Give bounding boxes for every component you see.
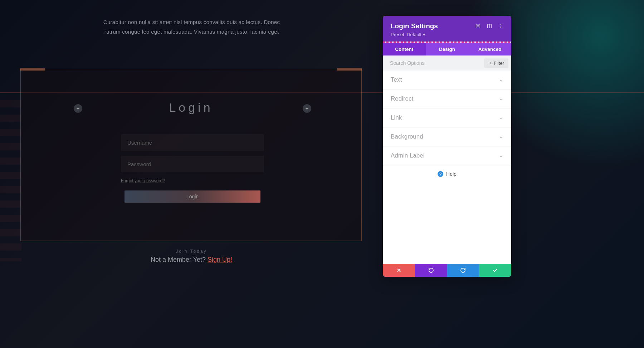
settings-panel: Login Settings Preset: Default ▾ Content… bbox=[383, 16, 511, 277]
section-label-redirect: Redirect bbox=[391, 95, 413, 102]
sections-list: Text Redirect Link Background Admin Labe… bbox=[383, 71, 511, 264]
redo-button[interactable] bbox=[447, 264, 479, 277]
snap-icon[interactable] bbox=[487, 24, 492, 29]
sign-up-link[interactable]: Sign Up! bbox=[208, 256, 232, 263]
help-icon: ? bbox=[438, 171, 443, 177]
login-heading: Login bbox=[21, 101, 361, 115]
help-button[interactable]: ? Help bbox=[383, 165, 511, 183]
tab-design[interactable]: Design bbox=[426, 43, 469, 55]
not-member-text: Not a Member Yet? Sign Up! bbox=[0, 256, 383, 264]
panel-title: Login Settings bbox=[391, 22, 438, 30]
undo-button[interactable] bbox=[415, 264, 447, 277]
chevron-down-icon bbox=[499, 154, 503, 158]
tab-advanced[interactable]: Advanced bbox=[468, 43, 511, 55]
svg-point-4 bbox=[501, 24, 501, 25]
section-link[interactable]: Link bbox=[383, 108, 511, 127]
plus-icon bbox=[488, 61, 492, 66]
login-submit-button[interactable]: Login bbox=[125, 190, 260, 203]
footer-cta: Join Today Not a Member Yet? Sign Up! bbox=[0, 249, 383, 264]
menu-dots-icon[interactable] bbox=[498, 24, 503, 29]
undo-icon bbox=[428, 267, 434, 273]
save-button[interactable] bbox=[479, 264, 511, 277]
chevron-down-icon bbox=[499, 78, 503, 82]
chevron-down-icon bbox=[499, 116, 503, 120]
section-text[interactable]: Text bbox=[383, 71, 511, 90]
not-member-prefix: Not a Member Yet? bbox=[151, 256, 208, 263]
section-label-text: Text bbox=[391, 76, 402, 83]
section-admin-label[interactable]: Admin Label bbox=[383, 146, 511, 165]
preset-dropdown[interactable]: Preset: Default ▾ bbox=[391, 32, 503, 37]
section-background[interactable]: Background bbox=[383, 127, 511, 146]
section-label-link: Link bbox=[391, 114, 402, 121]
redo-icon bbox=[460, 267, 466, 273]
cancel-button[interactable] bbox=[383, 264, 415, 277]
filter-button[interactable]: Filter bbox=[484, 58, 508, 68]
chevron-down-icon bbox=[499, 97, 503, 101]
login-form: Forgot your password? Login bbox=[121, 134, 264, 203]
login-module[interactable]: Login Forgot your password? Login bbox=[20, 69, 362, 241]
tab-content[interactable]: Content bbox=[383, 43, 426, 55]
close-icon bbox=[396, 267, 402, 273]
filter-label: Filter bbox=[494, 61, 504, 66]
section-redirect[interactable]: Redirect bbox=[383, 90, 511, 108]
preset-label: Preset: Default bbox=[391, 32, 421, 37]
panel-header[interactable]: Login Settings Preset: Default ▾ bbox=[383, 16, 511, 42]
search-options-input[interactable] bbox=[383, 57, 484, 69]
forgot-password-link[interactable]: Forgot your password? bbox=[121, 178, 165, 183]
username-input[interactable] bbox=[121, 134, 264, 151]
bg-stripes bbox=[0, 100, 21, 261]
caret-down-icon: ▾ bbox=[423, 32, 425, 37]
panel-tabs: Content Design Advanced bbox=[383, 43, 511, 55]
chevron-down-icon bbox=[499, 135, 503, 139]
help-label: Help bbox=[446, 171, 457, 177]
svg-point-6 bbox=[501, 27, 501, 28]
intro-paragraph: Curabitur non nulla sit amet nisl tempus… bbox=[103, 17, 280, 37]
join-today-label: Join Today bbox=[0, 249, 383, 254]
svg-rect-0 bbox=[476, 24, 480, 28]
check-icon bbox=[492, 267, 498, 273]
panel-footer bbox=[383, 264, 511, 277]
search-row: Filter bbox=[383, 55, 511, 71]
section-label-admin: Admin Label bbox=[391, 152, 425, 159]
expand-icon[interactable] bbox=[475, 24, 480, 29]
svg-rect-1 bbox=[477, 25, 479, 27]
svg-point-5 bbox=[501, 26, 501, 26]
password-input[interactable] bbox=[121, 156, 264, 172]
section-label-background: Background bbox=[391, 133, 423, 140]
